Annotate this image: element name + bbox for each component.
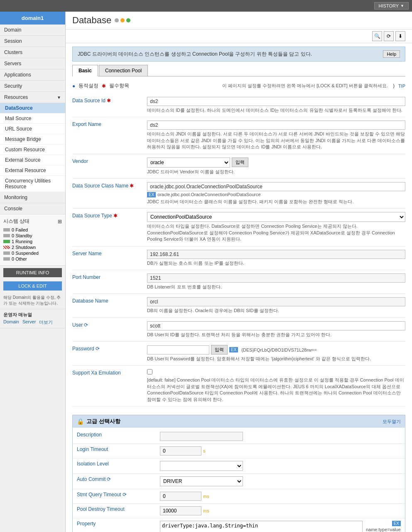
admin-link-more[interactable]: 더보기: [39, 319, 53, 325]
sidebar-item-externalresource[interactable]: External Resource: [0, 165, 65, 176]
adv-row-login-timeout: Login Timeout s: [73, 444, 405, 458]
sidebar-item-urlsource[interactable]: URL Source: [0, 124, 65, 134]
adv-select-auto-commit[interactable]: DRIVER: [160, 476, 243, 486]
sidebar-item-applications[interactable]: Applications: [0, 69, 65, 81]
adv-textarea-property[interactable]: driverType:java.lang.String=thin: [160, 521, 363, 532]
status-label-standby: 0 Standby: [12, 233, 32, 238]
form-row-server-name: Server Name DB가 실행되는 호스트 이름 또는 IP를 설정한다.: [72, 246, 405, 270]
required-mark-class-name: ✱: [130, 183, 134, 189]
admin-manual-title: 운영자 매뉴얼: [3, 312, 62, 318]
adv-input-stmt-query-timeout[interactable]: [160, 492, 201, 501]
adv-input-description[interactable]: [160, 432, 243, 441]
password-label-text: Password: [72, 346, 94, 352]
form-row-support-xa: Support Xa Emulation [default: false] Co…: [72, 366, 405, 406]
adv-row-description: Description: [73, 429, 405, 444]
select-vendor[interactable]: oracle: [147, 158, 230, 167]
search-button[interactable]: 🔍: [372, 31, 382, 41]
admin-manual: 운영자 매뉴얼 Domain Server 더보기: [0, 309, 65, 328]
sidebar-item-datasource[interactable]: DataSource: [0, 103, 65, 113]
input-user[interactable]: [147, 321, 405, 330]
form-row-port-number: Port Number DB Listener의 포트 번호를 설정한다.: [72, 270, 405, 294]
input-class-name[interactable]: [147, 182, 405, 191]
adv-row-stmt-query-timeout: Stmt Query Timeout ⟳ ms: [73, 489, 405, 504]
history-button[interactable]: HISTORY: [374, 2, 409, 10]
input-datasource-id[interactable]: [147, 97, 405, 106]
adv-select-isolation-level[interactable]: [160, 461, 243, 471]
password-input-button[interactable]: 입력: [211, 345, 228, 355]
datasource-type-label-text: Data Source Type: [72, 213, 112, 219]
domain-label[interactable]: domain1: [0, 12, 65, 25]
desc-user: DB User의 ID를 설정한다. 트랜잭션 처리 등을 위해서는 충분한 권…: [147, 332, 405, 338]
adv-input-pool-destroy-timeout[interactable]: [160, 506, 201, 515]
status-indicator-standby: [3, 234, 10, 237]
reload-button[interactable]: ⟳: [384, 31, 394, 41]
form-row-class-name: Data Source Class Name ✱ EX oracle.jdbc.…: [72, 179, 405, 209]
tip-link[interactable]: TIP: [398, 84, 405, 89]
admin-link-domain[interactable]: Domain: [3, 319, 19, 325]
form-area: ● 동적설정 ✱ 필수항목 이 페이지의 설정를 수정하려면 왼쪽 메뉴에서 […: [66, 76, 412, 410]
database-name-label-text: Database Name: [72, 298, 108, 304]
port-number-label-text: Port Number: [72, 274, 101, 280]
lock-edit-button[interactable]: LOCK & EDIT: [3, 281, 62, 291]
sidebar-item-externalsource[interactable]: External Source: [0, 155, 65, 165]
form-row-database-name: Database Name DB의 이름을 설정한다. Oracle의 경우에는…: [72, 294, 405, 318]
status-expand-icon[interactable]: ⊞: [58, 219, 62, 224]
desc-server-name: DB가 실행되는 호스트 이름 또는 IP를 설정한다.: [147, 260, 405, 266]
password-tag-value: {DES}FQrLbQ/D8O1lDVS71L28rw==: [241, 347, 317, 352]
admin-link-server[interactable]: Server: [22, 319, 36, 325]
desc-support-xa: [default: false] Connection Pool 데이터소스 타…: [147, 377, 405, 403]
form-row-password: Password ⟳ 입력 EX {DES}FQrLbQ/D8O1lDVS71L…: [72, 342, 405, 366]
dot-green: [126, 18, 130, 22]
desc-datasource-id: 데이터소스의 ID를 설정한다. 하나의 도메인에서 데이터소스 ID는 데이터…: [147, 107, 405, 113]
select-datasource-type[interactable]: ConnectionPoolDataSource: [147, 212, 405, 222]
control-vendor: oracle 입력 JDBC 드라이버 Vendor의 이름을 설정한다.: [147, 158, 405, 175]
sidebar-item-customresource[interactable]: Custom Resource: [0, 145, 65, 155]
input-port-number: [147, 273, 405, 283]
adv-row-pool-destroy-timeout: Pool Destroy Timeout ms: [73, 504, 405, 518]
status-row-running: 1 Running: [3, 239, 62, 244]
sidebar-monitoring[interactable]: Monitoring: [0, 192, 65, 203]
control-export-name: 데이터소스의 JNDI 이름을 설정한다. 서로 다른 두 데이터소스가 서로 …: [147, 121, 405, 150]
adv-label-login-timeout: Login Timeout: [77, 446, 160, 452]
tab-connection-pool[interactable]: Connection Pool: [99, 65, 148, 76]
required-mark-datasource-type: ✱: [113, 213, 118, 219]
page-title: Database: [72, 15, 130, 26]
sidebar-console[interactable]: Console: [0, 203, 65, 214]
help-button[interactable]: Help: [383, 50, 400, 58]
password-input-row: 입력 EX {DES}FQrLbQ/D8O1lDVS71L28rw==: [147, 345, 405, 355]
export-button[interactable]: ⬇: [395, 31, 405, 41]
control-password: 입력 EX {DES}FQrLbQ/D8O1lDVS71L28rw== DB U…: [147, 345, 405, 362]
input-export-name[interactable]: [147, 121, 405, 130]
sidebar-item-messagebridge[interactable]: Message Bridge: [0, 134, 65, 145]
sidebar-item-servers[interactable]: Servers: [0, 58, 65, 69]
adv-control-pool-destroy-timeout: ms: [160, 506, 401, 515]
sidebar-item-domain[interactable]: Domain: [0, 25, 65, 36]
password-sync-icon[interactable]: ⟳: [96, 346, 100, 352]
sidebar-item-clusters[interactable]: Clusters: [0, 47, 65, 58]
user-sync-icon[interactable]: ⟳: [84, 322, 88, 328]
sidebar-item-security[interactable]: Security: [0, 81, 65, 92]
status-label-failed: 0 Failed: [12, 227, 28, 232]
label-user: User ⟳: [72, 321, 147, 328]
page-title-text: Database: [72, 15, 111, 26]
sidebar-item-concurrencyutilities[interactable]: Concurrency Utilities Resource: [0, 176, 65, 192]
control-port-number: DB Listener의 포트 번호를 설정한다.: [147, 273, 405, 290]
input-password[interactable]: [147, 345, 209, 355]
toolbar: 🔍 ⟳ ⬇: [66, 30, 412, 43]
open-all-link[interactable]: 모두열기: [383, 419, 401, 425]
required-icon: ✱: [102, 83, 106, 89]
checkbox-support-xa[interactable]: [147, 369, 152, 374]
top-bar: HISTORY: [0, 0, 412, 12]
vendor-input-button[interactable]: 입력: [232, 158, 248, 167]
tab-basic[interactable]: Basic: [72, 65, 98, 76]
vendor-input-row: oracle 입력: [147, 158, 405, 167]
sidebar-item-session[interactable]: Session: [0, 36, 65, 47]
sidebar-item-mailsource[interactable]: Mail Source: [0, 113, 65, 124]
status-indicator-running: [3, 240, 10, 243]
auto-commit-sync-icon[interactable]: ⟳: [107, 476, 111, 482]
runtime-info-button[interactable]: RUNTIME INFO: [3, 268, 62, 277]
stmt-query-timeout-sync-icon[interactable]: ⟳: [123, 492, 127, 498]
sidebar-resources-section[interactable]: Resources ▼: [0, 92, 65, 103]
adv-input-login-timeout[interactable]: [160, 446, 201, 456]
control-server-name: DB가 실행되는 호스트 이름 또는 IP를 설정한다.: [147, 250, 405, 266]
